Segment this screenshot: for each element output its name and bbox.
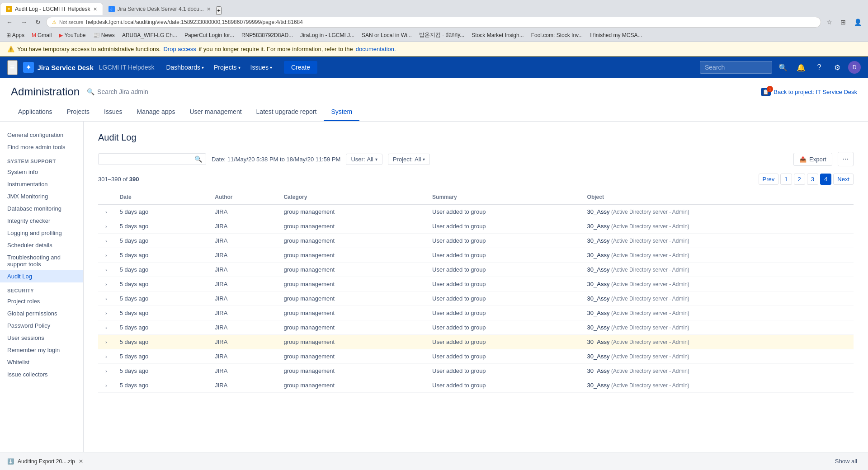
expand-icon[interactable]: › [104, 223, 109, 230]
next-page-link[interactable]: Next [833, 174, 854, 185]
bookmark-papercut[interactable]: PaperCut Login for... [182, 31, 237, 39]
settings-button[interactable]: ⚙ [830, 60, 844, 75]
bookmark-san[interactable]: SAN or Local in Wi... [359, 31, 415, 39]
tab-system[interactable]: System [324, 103, 359, 121]
active-tab[interactable]: ✦ Audit Log - LGCMI IT Helpdesk ✕ [0, 3, 103, 15]
expand-icon[interactable]: › [104, 310, 109, 317]
tab-projects[interactable]: Projects [60, 103, 97, 121]
expand-cell[interactable]: › [98, 248, 114, 263]
tab-manage-apps[interactable]: Manage apps [130, 103, 183, 121]
page-link-4[interactable]: 4 [820, 174, 831, 185]
export-button[interactable]: 📤 Export [793, 153, 832, 166]
sidebar-item-general-config[interactable]: General configuration [0, 129, 83, 141]
new-tab-button[interactable]: + [216, 6, 222, 15]
more-options-button[interactable]: ··· [838, 152, 854, 166]
expand-cell[interactable]: › [98, 335, 114, 349]
expand-cell[interactable]: › [98, 219, 114, 234]
user-filter[interactable]: User: All ▾ [346, 154, 382, 165]
expand-icon[interactable]: › [104, 295, 109, 302]
expand-icon[interactable]: › [104, 208, 109, 216]
expand-cell[interactable]: › [98, 378, 114, 393]
expand-cell[interactable]: › [98, 204, 114, 219]
sidebar-item-user-sessions[interactable]: User sessions [0, 332, 83, 344]
create-button[interactable]: Create [284, 61, 317, 74]
expand-cell[interactable]: › [98, 320, 114, 335]
expand-cell[interactable]: › [98, 263, 114, 277]
expand-icon[interactable]: › [104, 382, 109, 389]
expand-cell[interactable]: › [98, 234, 114, 248]
hamburger-button[interactable]: ≡ [7, 60, 18, 75]
page-link-1[interactable]: 1 [780, 174, 792, 185]
sidebar-item-issue-collectors[interactable]: Issue collectors [0, 368, 83, 381]
expand-icon[interactable]: › [104, 367, 109, 375]
project-filter[interactable]: Project: All ▾ [388, 154, 430, 165]
close-download-icon[interactable]: ✕ [79, 458, 83, 465]
bookmark-fool[interactable]: Fool.com: Stock Inv... [528, 31, 585, 39]
user-icon[interactable]: 👤 [851, 17, 864, 28]
sidebar-item-password-policy[interactable]: Password Policy [0, 320, 83, 332]
expand-icon[interactable]: › [104, 252, 109, 259]
sidebar-item-project-roles[interactable]: Project roles [0, 295, 83, 307]
reload-button[interactable]: ↻ [33, 17, 43, 28]
sidebar-item-scheduler[interactable]: Scheduler details [0, 239, 83, 251]
sidebar-item-audit-log[interactable]: Audit Log [0, 270, 83, 282]
bookmark-apps[interactable]: ⊞ Apps [4, 31, 27, 39]
sidebar-item-jmx[interactable]: JMX Monitoring [0, 190, 83, 202]
sidebar-item-troubleshooting[interactable]: Troubleshooting and support tools [0, 251, 83, 270]
sidebar-item-find-tools[interactable]: Find more admin tools [0, 141, 83, 153]
inactive-tab[interactable]: J Jira Service Desk Server 4.1 docu... ✕ [103, 3, 216, 15]
tab-latest-upgrade[interactable]: Latest upgrade report [249, 103, 324, 121]
sidebar-item-system-info[interactable]: System info [0, 166, 83, 178]
sidebar-item-instrumentation[interactable]: Instrumentation [0, 178, 83, 190]
documentation-link[interactable]: documentation. [356, 46, 396, 52]
page-link-2[interactable]: 2 [794, 174, 805, 185]
dashboards-link[interactable]: Dashboards ▾ [161, 60, 208, 75]
expand-cell[interactable]: › [98, 364, 114, 378]
prev-page-link[interactable]: Prev [759, 174, 779, 185]
bookmark-stock[interactable]: Stock Market Insigh... [469, 31, 526, 39]
expand-icon[interactable]: › [104, 338, 109, 346]
bookmark-youtube[interactable]: ▶ YouTube [56, 31, 88, 39]
notifications-button[interactable]: 🔔 [794, 60, 808, 75]
url-bar[interactable]: ⚠ Not secure helpdesk.lgcmi.local/auditi… [46, 17, 821, 28]
expand-icon[interactable]: › [104, 266, 109, 273]
bookmark-rnp[interactable]: RNP5838792D8AD... [239, 31, 296, 39]
admin-search[interactable]: 🔍 Search Jira admin [87, 88, 148, 95]
expand-cell[interactable]: › [98, 277, 114, 291]
forward-button[interactable]: → [18, 17, 30, 28]
back-project-link[interactable]: 📋 1 Back to project: IT Service Desk [761, 88, 857, 96]
issues-link[interactable]: Issues ▾ [246, 60, 277, 75]
expand-icon[interactable]: › [104, 237, 109, 244]
bookmark-mcsa[interactable]: I finished my MCSA... [587, 31, 645, 39]
expand-icon[interactable]: › [104, 324, 109, 331]
sidebar-item-whitelist[interactable]: Whitelist [0, 356, 83, 368]
page-link-3[interactable]: 3 [807, 174, 818, 185]
sidebar-item-db-monitoring[interactable]: Database monitoring [0, 202, 83, 215]
expand-icon[interactable]: › [104, 353, 109, 360]
help-button[interactable]: ? [812, 60, 826, 75]
show-all-button[interactable]: Show all [831, 456, 861, 466]
global-search-input[interactable] [700, 61, 772, 74]
bookmark-jiralog[interactable]: JiraLog in - LGCMI J... [297, 31, 357, 39]
bookmark-aruba[interactable]: ARUBA_WIFI-LG Ch... [119, 31, 180, 39]
projects-link[interactable]: Projects ▾ [209, 60, 245, 75]
user-avatar[interactable]: D [848, 61, 861, 74]
search-icon-button[interactable]: 🔍 [776, 60, 790, 75]
sidebar-item-logging[interactable]: Logging and profiling [0, 227, 83, 239]
tab-issues[interactable]: Issues [97, 103, 129, 121]
extensions-icon[interactable]: ⊞ [838, 17, 849, 28]
logo-link[interactable]: ✦ Jira Service Desk [23, 62, 94, 73]
drop-access-link[interactable]: Drop access [163, 46, 196, 52]
sidebar-item-integrity[interactable]: Integrity checker [0, 215, 83, 227]
audit-search-input[interactable] [102, 156, 193, 163]
expand-icon[interactable]: › [104, 281, 109, 288]
tab-close-icon[interactable]: ✕ [93, 6, 97, 12]
tab-close-icon-2[interactable]: ✕ [207, 6, 211, 12]
tab-applications[interactable]: Applications [11, 103, 60, 121]
bookmark-danny[interactable]: 밥온지킴 - danny... [416, 30, 467, 40]
bookmark-gmail[interactable]: M Gmail [29, 31, 54, 39]
tab-user-management[interactable]: User management [182, 103, 249, 121]
expand-cell[interactable]: › [98, 349, 114, 364]
sidebar-item-remember-login[interactable]: Remember my login [0, 344, 83, 356]
sidebar-item-global-perms[interactable]: Global permissions [0, 307, 83, 320]
